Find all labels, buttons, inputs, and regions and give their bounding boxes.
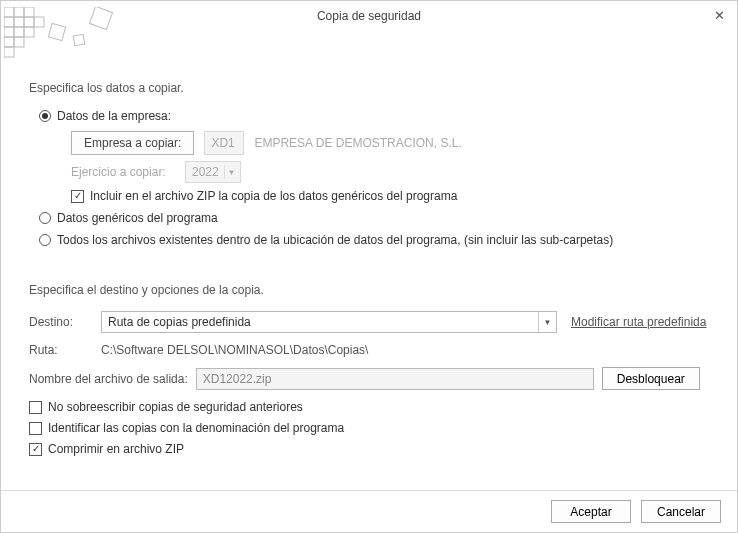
svg-rect-10: [4, 37, 14, 47]
dialog-footer: Aceptar Cancelar: [1, 490, 737, 532]
radio-icon: [39, 212, 51, 224]
svg-rect-8: [14, 27, 24, 37]
svg-rect-15: [89, 7, 112, 30]
company-code-field: XD1: [204, 131, 244, 155]
svg-rect-2: [24, 7, 34, 17]
svg-rect-1: [14, 7, 24, 17]
radio-company-label: Datos de la empresa:: [57, 109, 171, 123]
dest-label: Destino:: [29, 315, 101, 329]
dest-select[interactable]: Ruta de copias predefinida ▼: [101, 311, 557, 333]
unlock-button[interactable]: Desbloquear: [602, 367, 700, 390]
check-zip-label: Comprimir en archivo ZIP: [48, 442, 184, 456]
company-name-text: EMPRESA DE DEMOSTRACION, S.L.: [254, 136, 461, 150]
checkbox-icon: [29, 422, 42, 435]
svg-rect-9: [24, 27, 34, 37]
path-value: C:\Software DELSOL\NOMINASOL\Datos\Copia…: [101, 343, 368, 357]
chevron-down-icon: ▼: [538, 312, 556, 332]
checkbox-icon: [29, 443, 42, 456]
radio-generic-data[interactable]: Datos genéricos del programa: [39, 211, 709, 225]
check-include-generic-label: Incluir en el archivo ZIP la copia de lo…: [90, 189, 457, 203]
chevron-down-icon: ▼: [224, 165, 238, 179]
svg-rect-6: [34, 17, 44, 27]
checkbox-icon: [71, 190, 84, 203]
svg-rect-5: [24, 17, 34, 27]
svg-rect-14: [73, 34, 85, 46]
radio-icon: [39, 234, 51, 246]
radio-all-files[interactable]: Todos los archivos existentes dentro de …: [39, 233, 709, 247]
check-identify-label: Identificar las copias con la denominaci…: [48, 421, 344, 435]
svg-rect-4: [14, 17, 24, 27]
check-include-generic[interactable]: Incluir en el archivo ZIP la copia de lo…: [71, 189, 709, 203]
section2-heading: Especifica el destino y opciones de la c…: [29, 283, 709, 297]
path-label: Ruta:: [29, 343, 101, 357]
ok-button[interactable]: Aceptar: [551, 500, 631, 523]
modify-path-link[interactable]: Modificar ruta predefinida: [571, 315, 706, 329]
dest-value: Ruta de copias predefinida: [108, 315, 251, 329]
cancel-button[interactable]: Cancelar: [641, 500, 721, 523]
outfile-label: Nombre del archivo de salida:: [29, 372, 188, 386]
year-select: 2022 ▼: [185, 161, 241, 183]
check-identify[interactable]: Identificar las copias con la denominaci…: [29, 421, 709, 435]
check-no-overwrite[interactable]: No sobreescribir copias de seguridad ant…: [29, 400, 709, 414]
radio-generic-label: Datos genéricos del programa: [57, 211, 218, 225]
close-icon[interactable]: ✕: [709, 5, 729, 25]
svg-rect-11: [14, 37, 24, 47]
radio-company-data[interactable]: Datos de la empresa:: [39, 109, 709, 123]
checkbox-icon: [29, 401, 42, 414]
svg-rect-12: [4, 47, 14, 57]
year-label: Ejercicio a copiar:: [71, 165, 175, 179]
svg-rect-13: [48, 23, 65, 40]
year-value: 2022: [192, 165, 219, 179]
svg-rect-7: [4, 27, 14, 37]
window-title: Copia de seguridad: [317, 9, 421, 23]
check-zip[interactable]: Comprimir en archivo ZIP: [29, 442, 709, 456]
radio-icon: [39, 110, 51, 122]
check-no-overwrite-label: No sobreescribir copias de seguridad ant…: [48, 400, 303, 414]
outfile-input[interactable]: [196, 368, 594, 390]
section1-heading: Especifica los datos a copiar.: [29, 81, 709, 95]
decor-squares: [4, 7, 124, 77]
svg-rect-3: [4, 17, 14, 27]
radio-allfiles-label: Todos los archivos existentes dentro de …: [57, 233, 613, 247]
company-to-copy-button[interactable]: Empresa a copiar:: [71, 131, 194, 155]
svg-rect-0: [4, 7, 14, 17]
